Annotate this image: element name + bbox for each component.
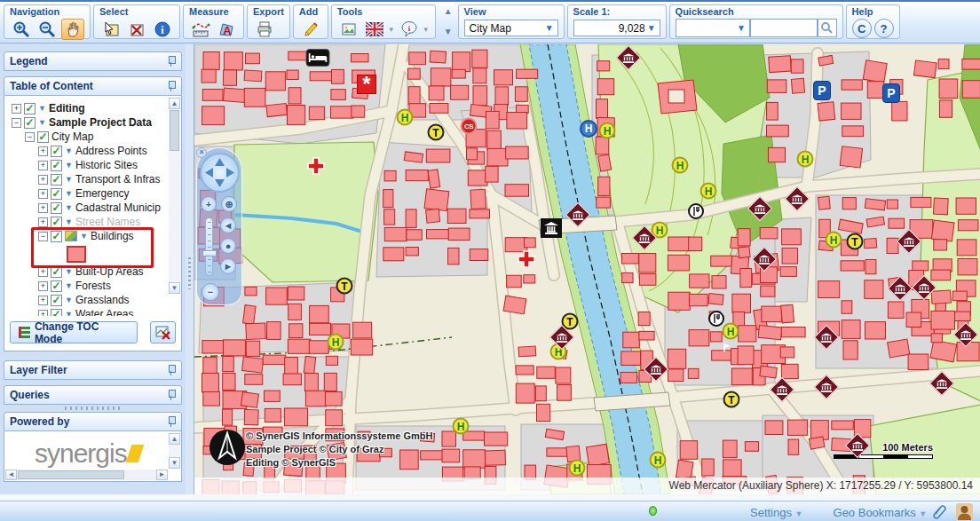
- scroll-down-icon[interactable]: ▼: [169, 282, 180, 294]
- pin-icon[interactable]: [167, 416, 176, 427]
- layer-menu-icon[interactable]: ▼: [65, 161, 73, 170]
- expand-icon[interactable]: +: [38, 296, 48, 305]
- zoom-in-button[interactable]: [10, 19, 33, 40]
- layer-menu-icon[interactable]: ▼: [80, 232, 88, 241]
- geo-bookmarks-menu[interactable]: Geo Bookmarks ▼: [834, 506, 928, 519]
- zoom-in-widget-button[interactable]: +: [201, 196, 217, 212]
- toc-item-built-up-areas[interactable]: +✓▼Built-Up Areas: [4, 264, 181, 279]
- expand-icon[interactable]: +: [38, 267, 48, 277]
- quicksearch-go-button[interactable]: [818, 19, 837, 37]
- pan-button[interactable]: [61, 19, 84, 40]
- remove-redlining-button[interactable]: [150, 321, 176, 343]
- layer-menu-icon[interactable]: ▼: [38, 118, 46, 127]
- toc-item-historic-sites[interactable]: +✓▼Historic Sites: [4, 158, 181, 172]
- quicksearch-input[interactable]: [750, 19, 818, 37]
- toc-item-sample-project-data[interactable]: −✓▼Sample Project Data: [4, 115, 181, 130]
- scale-combobox[interactable]: 9,028 ▼: [573, 20, 660, 36]
- toc-item-forests[interactable]: +✓▼Forests: [4, 279, 181, 293]
- layer-menu-icon[interactable]: ▼: [65, 175, 73, 184]
- logo-vscrollbar[interactable]: ▲ ▼: [169, 433, 180, 469]
- queries-panel-header[interactable]: Queries: [4, 385, 182, 405]
- logo-hscrollbar[interactable]: ◄ ►: [5, 470, 168, 480]
- redlining-button[interactable]: [299, 19, 322, 40]
- layer-checkbox[interactable]: ✓: [51, 174, 62, 186]
- layer-checkbox[interactable]: ✓: [24, 117, 36, 129]
- toc-item-city-map[interactable]: −✓City Map: [4, 130, 181, 144]
- layer-checkbox[interactable]: ✓: [51, 160, 62, 171]
- maptip-dropdown-caret[interactable]: ▼: [423, 26, 430, 34]
- toc-item-street-names[interactable]: +✓▼Street Names: [4, 215, 181, 229]
- layer-menu-icon[interactable]: ▼: [65, 281, 73, 290]
- expand-icon[interactable]: +: [38, 310, 48, 317]
- measure-distance-button[interactable]: [189, 19, 212, 40]
- help-button[interactable]: ?: [874, 19, 894, 38]
- attachment-icon[interactable]: [931, 504, 947, 520]
- collapse-icon[interactable]: −: [38, 232, 48, 241]
- export-image-button[interactable]: [337, 19, 360, 40]
- pin-icon[interactable]: [167, 390, 176, 400]
- toolbar-scroll-up-icon[interactable]: ▲: [444, 7, 453, 16]
- layer-menu-icon[interactable]: ▼: [65, 189, 73, 198]
- layer-filter-panel-header[interactable]: Layer Filter: [4, 360, 182, 380]
- expand-icon[interactable]: +: [38, 189, 48, 199]
- layer-menu-icon[interactable]: ▼: [65, 217, 73, 226]
- user-avatar[interactable]: [956, 503, 973, 520]
- scrollbar-thumb[interactable]: [18, 470, 124, 479]
- view-select[interactable]: City Map ▼: [464, 20, 558, 36]
- layer-checkbox[interactable]: ✓: [51, 295, 62, 306]
- layer-checkbox[interactable]: ✓: [51, 280, 62, 292]
- sidebar-map-splitter[interactable]: [186, 44, 194, 494]
- scroll-right-icon[interactable]: ►: [156, 470, 168, 480]
- default-extent-button[interactable]: ●: [220, 238, 236, 254]
- pin-icon[interactable]: [167, 56, 176, 67]
- quicksearch-type-select[interactable]: ▼: [676, 19, 750, 37]
- toc-panel-header[interactable]: Table of Content: [4, 76, 182, 96]
- layer-checkbox[interactable]: ✓: [37, 131, 49, 143]
- toc-item-cadastral-municip[interactable]: +✓▼Cadastral Municip: [4, 201, 181, 215]
- expand-icon[interactable]: +: [38, 217, 48, 227]
- pin-icon[interactable]: [167, 365, 176, 375]
- clear-selection-button[interactable]: [125, 19, 148, 40]
- scroll-left-icon[interactable]: ◄: [5, 470, 17, 480]
- layer-menu-icon[interactable]: ▼: [65, 267, 73, 276]
- pan-compass[interactable]: [200, 153, 240, 193]
- toolbar-scroll-down-icon[interactable]: ▼: [444, 28, 453, 36]
- full-extent-button[interactable]: ⊕: [221, 196, 237, 212]
- settings-menu[interactable]: Settings ▼: [750, 506, 803, 519]
- toc-item-buildings[interactable]: −✓▼Buildings: [4, 229, 181, 243]
- toc-item-editing[interactable]: +✓▼Editing: [4, 101, 181, 115]
- expand-icon[interactable]: +: [38, 281, 48, 291]
- layer-checkbox[interactable]: ✓: [51, 146, 62, 157]
- layer-checkbox[interactable]: ✓: [24, 103, 36, 114]
- pin-icon[interactable]: [167, 81, 176, 91]
- language-button[interactable]: [363, 19, 386, 40]
- expand-icon[interactable]: +: [38, 146, 48, 156]
- expand-icon[interactable]: +: [12, 104, 21, 114]
- scroll-up-icon[interactable]: ▲: [169, 98, 180, 109]
- layer-checkbox[interactable]: ✓: [51, 309, 62, 317]
- zoom-out-widget-button[interactable]: −: [202, 283, 219, 301]
- layer-menu-icon[interactable]: ▼: [65, 296, 73, 304]
- zoom-slider[interactable]: [205, 217, 213, 276]
- layer-checkbox[interactable]: ✓: [51, 217, 62, 228]
- measure-area-button[interactable]: A: [215, 19, 238, 40]
- context-button[interactable]: C: [852, 19, 872, 38]
- change-toc-mode-button[interactable]: Change TOC Mode: [10, 321, 138, 343]
- expand-icon[interactable]: +: [38, 203, 48, 213]
- toc-item-grasslands[interactable]: +✓▼Grasslands: [4, 293, 181, 307]
- legend-panel-header[interactable]: Legend: [4, 51, 182, 71]
- toc-item-transport-infras[interactable]: +✓▼Transport & Infras: [4, 172, 181, 186]
- powered-by-panel-header[interactable]: Powered by: [4, 412, 182, 431]
- previous-extent-button[interactable]: ◄: [220, 217, 236, 233]
- panel-splitter-handle[interactable]: [0, 405, 186, 412]
- collapse-icon[interactable]: −: [25, 132, 35, 142]
- toc-item-emergency[interactable]: +✓▼Emergency: [4, 186, 181, 201]
- layer-menu-icon[interactable]: ▼: [65, 203, 73, 212]
- scroll-down-icon[interactable]: ▼: [169, 457, 180, 469]
- print-button[interactable]: [253, 19, 276, 40]
- next-extent-button[interactable]: ►: [220, 258, 236, 274]
- expand-icon[interactable]: +: [38, 175, 48, 185]
- maptip-button[interactable]: i: [398, 19, 421, 40]
- layer-checkbox[interactable]: ✓: [51, 266, 62, 278]
- collapse-icon[interactable]: −: [12, 118, 21, 128]
